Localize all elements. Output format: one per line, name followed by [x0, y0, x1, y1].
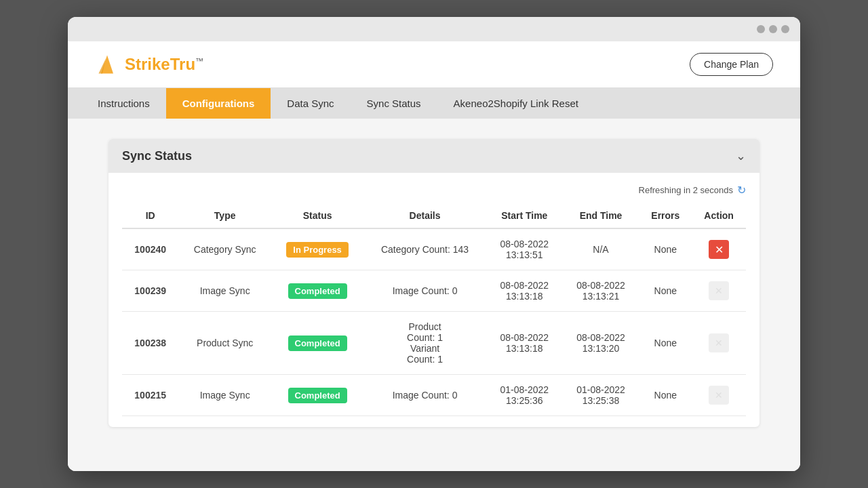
table-row: 100239Image SyncCompletedImage Count: 00…	[122, 270, 746, 312]
cell-action: ✕	[692, 375, 746, 416]
window-dot-3	[781, 25, 789, 33]
logo-brand: StrikeTru	[125, 55, 195, 73]
cell-details: Image Count: 0	[363, 375, 486, 416]
card-header: Sync Status ⌄	[108, 139, 760, 173]
table-row: 100238Product SyncCompletedProductCount:…	[122, 312, 746, 375]
cell-end-time: 01-08-202213:25:38	[563, 375, 639, 416]
cell-id: 100238	[122, 312, 178, 375]
status-badge: Completed	[288, 336, 347, 351]
cell-status: In Progress	[271, 228, 363, 270]
titlebar	[68, 17, 800, 41]
col-header-action: Action	[692, 203, 746, 228]
status-badge: Completed	[288, 388, 347, 403]
main-nav: Instructions Configurations Data Sync Sy…	[68, 88, 800, 119]
cell-type: Image Sync	[178, 375, 271, 416]
nav-item-link-reset[interactable]: Akeneo2Shopify Link Reset	[437, 88, 595, 119]
cell-id: 100239	[122, 270, 178, 312]
cell-id: 100240	[122, 228, 178, 270]
cell-errors: None	[639, 375, 692, 416]
table-row: 100215Image SyncCompletedImage Count: 00…	[122, 375, 746, 416]
action-disabled-button: ✕	[709, 333, 729, 352]
cell-action: ✕	[692, 228, 746, 270]
cell-start-time: 08-08-202213:13:18	[486, 270, 563, 312]
col-header-end-time: End Time	[563, 203, 639, 228]
window-dot-2	[769, 25, 777, 33]
cancel-button[interactable]: ✕	[709, 240, 729, 259]
nav-item-sync-status[interactable]: Sync Status	[351, 88, 437, 119]
cell-action: ✕	[692, 270, 746, 312]
cell-details: Image Count: 0	[363, 270, 486, 312]
refresh-text: Refreshing in 2 seconds	[639, 185, 733, 195]
action-disabled-button: ✕	[709, 281, 729, 300]
change-plan-button[interactable]: Change Plan	[690, 53, 773, 76]
cell-status: Completed	[271, 375, 363, 416]
cell-start-time: 08-08-202213:13:18	[486, 312, 563, 375]
col-header-type: Type	[178, 203, 271, 228]
status-badge: Completed	[288, 283, 347, 299]
window-dot-1	[757, 25, 765, 33]
cell-details: ProductCount: 1VariantCount: 1	[363, 312, 486, 375]
nav-item-instructions[interactable]: Instructions	[81, 88, 166, 119]
col-header-details: Details	[363, 203, 486, 228]
cell-type: Category Sync	[178, 228, 271, 270]
logo-trademark: ™	[195, 56, 203, 66]
main-content: Sync Status ⌄ Refreshing in 2 seconds ↻	[68, 119, 800, 471]
nav-item-data-sync[interactable]: Data Sync	[271, 88, 350, 119]
sync-status-card: Sync Status ⌄ Refreshing in 2 seconds ↻	[108, 139, 760, 427]
cell-id: 100215	[122, 375, 178, 416]
cell-start-time: 01-08-202213:25:36	[486, 375, 563, 416]
card-title: Sync Status	[122, 149, 192, 163]
app-header: StrikeTru™ Change Plan	[68, 41, 800, 88]
logo-area: StrikeTru™	[95, 52, 203, 77]
table-header-row: ID Type Status Details Start Time End Ti…	[122, 203, 746, 228]
app-window: StrikeTru™ Change Plan Instructions Conf…	[68, 17, 800, 471]
col-header-status: Status	[271, 203, 363, 228]
cell-status: Completed	[271, 312, 363, 375]
table-header: ID Type Status Details Start Time End Ti…	[122, 203, 746, 228]
refresh-row: Refreshing in 2 seconds ↻	[122, 184, 746, 197]
cell-end-time: N/A	[563, 228, 639, 270]
action-disabled-button: ✕	[709, 386, 729, 405]
refresh-icon[interactable]: ↻	[737, 184, 746, 197]
cell-errors: None	[639, 312, 692, 375]
sync-table: ID Type Status Details Start Time End Ti…	[122, 203, 746, 416]
cell-details: Category Count: 143	[363, 228, 486, 270]
nav-item-configurations[interactable]: Configurations	[166, 88, 271, 119]
chevron-down-icon[interactable]: ⌄	[736, 148, 746, 163]
status-badge: In Progress	[286, 242, 349, 258]
cell-end-time: 08-08-202213:13:20	[563, 312, 639, 375]
col-header-start-time: Start Time	[486, 203, 563, 228]
cell-type: Image Sync	[178, 270, 271, 312]
cell-type: Product Sync	[178, 312, 271, 375]
card-body: Refreshing in 2 seconds ↻ ID Type Status…	[108, 173, 760, 427]
cell-start-time: 08-08-202213:13:51	[486, 228, 563, 270]
table-row: 100240Category SyncIn ProgressCategory C…	[122, 228, 746, 270]
cell-action: ✕	[692, 312, 746, 375]
col-header-id: ID	[122, 203, 178, 228]
cell-status: Completed	[271, 270, 363, 312]
cell-errors: None	[639, 228, 692, 270]
logo-text: StrikeTru™	[125, 55, 203, 74]
logo-icon	[95, 52, 119, 77]
cell-end-time: 08-08-202213:13:21	[563, 270, 639, 312]
window-body: StrikeTru™ Change Plan Instructions Conf…	[68, 41, 800, 471]
table-body: 100240Category SyncIn ProgressCategory C…	[122, 228, 746, 416]
col-header-errors: Errors	[639, 203, 692, 228]
cell-errors: None	[639, 270, 692, 312]
